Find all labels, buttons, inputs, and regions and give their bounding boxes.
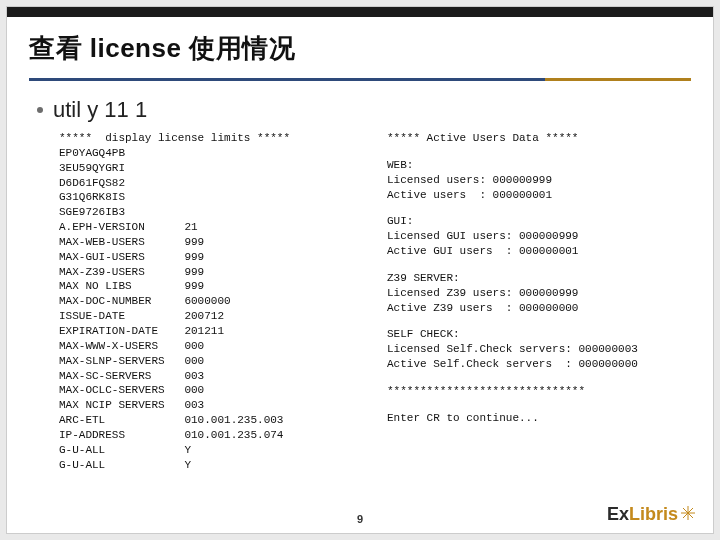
terminal-block: Enter CR to continue... [387,411,695,426]
license-limits-column: ***** display license limits ***** EP0YA… [59,131,359,472]
content-columns: ***** display license limits ***** EP0YA… [7,129,713,472]
brand-ex: Ex [607,504,629,525]
terminal-block: SELF CHECK: Licensed Self.Check servers:… [387,327,695,372]
active-users-column: ***** Active Users Data *****WEB: Licens… [387,131,695,472]
bullet-text: util y 11 1 [53,97,147,123]
page-number: 9 [357,513,363,525]
title-area: 查看 license 使用情况 [7,17,713,70]
title-underline [29,78,691,81]
bullet-row: util y 11 1 [7,81,713,129]
slide-title: 查看 license 使用情况 [29,31,691,66]
terminal-block: Z39 SERVER: Licensed Z39 users: 00000099… [387,271,695,316]
terminal-block: WEB: Licensed users: 000000999 Active us… [387,158,695,203]
bullet-dot-icon [37,107,43,113]
brand-libris: Libris [629,504,678,525]
brand-burst-icon [681,506,695,520]
brand-logo: Ex Libris [607,504,695,525]
slide: 查看 license 使用情况 util y 11 1 ***** displa… [6,6,714,534]
terminal-block: ****************************** [387,384,695,399]
terminal-block: ***** Active Users Data ***** [387,131,695,146]
terminal-block: GUI: Licensed GUI users: 000000999 Activ… [387,214,695,259]
top-accent-bar [7,7,713,17]
